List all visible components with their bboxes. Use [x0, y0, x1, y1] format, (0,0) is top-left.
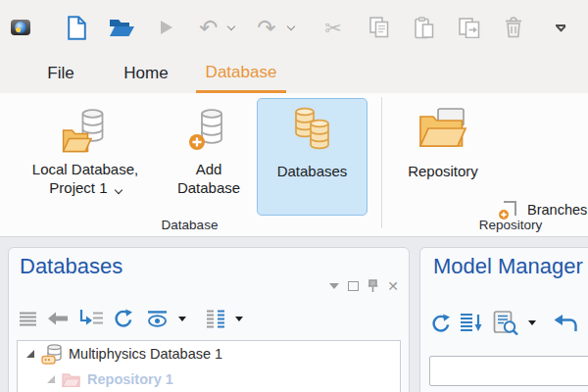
expand-triangle-icon[interactable]: [26, 350, 34, 358]
cut-icon[interactable]: ✂: [319, 14, 347, 41]
repository-icon: [418, 107, 467, 150]
tree-label: Repository 1: [87, 371, 173, 387]
databases-icon: [287, 107, 338, 156]
copy-icon[interactable]: [366, 14, 393, 41]
redo-dropdown-icon[interactable]: [284, 14, 298, 41]
tree-label: Multiphysics Database 1: [69, 346, 222, 362]
preview-dropdown-icon[interactable]: [528, 320, 536, 325]
new-file-icon[interactable]: [63, 14, 90, 41]
tab-file[interactable]: File: [32, 54, 89, 93]
duplicate-icon[interactable]: [456, 14, 483, 41]
databases-panel-controls: ✕: [329, 279, 399, 293]
repository-label: Repository: [397, 162, 489, 180]
ribbon-tab-bar: File Home Database: [0, 54, 588, 93]
local-database-label: Local Database, Project 1: [13, 160, 158, 197]
undo-icon[interactable]: ↶: [195, 14, 222, 41]
model-manager-toolbar: [430, 311, 577, 335]
show-list-icon[interactable]: [20, 312, 37, 326]
preview-search-icon[interactable]: [493, 311, 518, 335]
tab-home[interactable]: Home: [111, 54, 181, 93]
columns-dropdown-icon[interactable]: [235, 317, 243, 321]
add-database-button[interactable]: Add Database: [167, 98, 251, 216]
databases-toolbar: [20, 309, 243, 328]
databases-tree: Multiphysics Database 1 Repository 1: [17, 340, 401, 392]
delete-icon[interactable]: [500, 14, 527, 41]
back-arrow-icon[interactable]: [47, 312, 69, 325]
model-manager-panel: Model Manager: [419, 247, 588, 392]
undo-dropdown-icon[interactable]: [224, 14, 238, 41]
close-icon[interactable]: ✕: [387, 279, 399, 293]
run-icon[interactable]: [153, 14, 180, 41]
comsol-window: ↶ ↷ ✂ File Home Database: [0, 0, 588, 392]
group-label-repository: Repository: [397, 218, 588, 232]
add-database-label: Add Database: [168, 160, 250, 197]
local-database-icon: [63, 107, 109, 154]
databases-button[interactable]: Databases: [257, 98, 368, 216]
refresh-icon[interactable]: [113, 309, 132, 328]
model-manager-panel-title: Model Manager: [433, 254, 583, 279]
show-dropdown-icon[interactable]: [178, 317, 186, 321]
repository-button[interactable]: Repository: [396, 98, 490, 216]
refresh-icon[interactable]: [430, 314, 450, 333]
local-database-button[interactable]: Local Database, Project 1: [12, 98, 159, 216]
databases-label: Databases: [258, 162, 367, 180]
toolbar-options-icon[interactable]: [547, 14, 574, 41]
sort-icon[interactable]: [460, 313, 483, 333]
expand-triangle-icon[interactable]: [47, 375, 55, 383]
redo-icon[interactable]: ↷: [253, 14, 280, 41]
open-file-icon[interactable]: [108, 14, 135, 41]
paste-icon[interactable]: [411, 14, 438, 41]
restore-icon[interactable]: [554, 315, 577, 332]
ribbon: Local Database, Project 1 Add Database: [0, 93, 588, 237]
panel-menu-icon[interactable]: [329, 283, 339, 289]
ribbon-group-separator: [381, 97, 382, 228]
tree-row-multiphysics-database[interactable]: Multiphysics Database 1: [18, 341, 400, 367]
group-label-database: Database: [12, 218, 368, 232]
tree-row-repository[interactable]: Repository 1: [18, 367, 400, 392]
columns-icon[interactable]: [206, 310, 225, 328]
quick-access-toolbar: ↶ ↷ ✂: [0, 0, 588, 54]
pin-icon[interactable]: [368, 279, 378, 293]
go-to-node-icon[interactable]: [78, 310, 103, 327]
workspace: Databases ✕: [0, 237, 588, 392]
database-server-icon: [41, 344, 62, 365]
show-options-icon[interactable]: [146, 311, 169, 327]
float-icon[interactable]: [348, 281, 359, 291]
databases-panel: Databases ✕: [8, 247, 410, 392]
tab-database[interactable]: Database: [196, 54, 286, 93]
databases-panel-title: Databases: [20, 254, 122, 279]
repository-folder-icon: [62, 372, 80, 387]
chevron-down-icon: [114, 186, 122, 194]
app-logo-icon: [7, 14, 34, 41]
model-manager-search-input[interactable]: [429, 356, 588, 386]
add-database-icon: [188, 107, 229, 154]
